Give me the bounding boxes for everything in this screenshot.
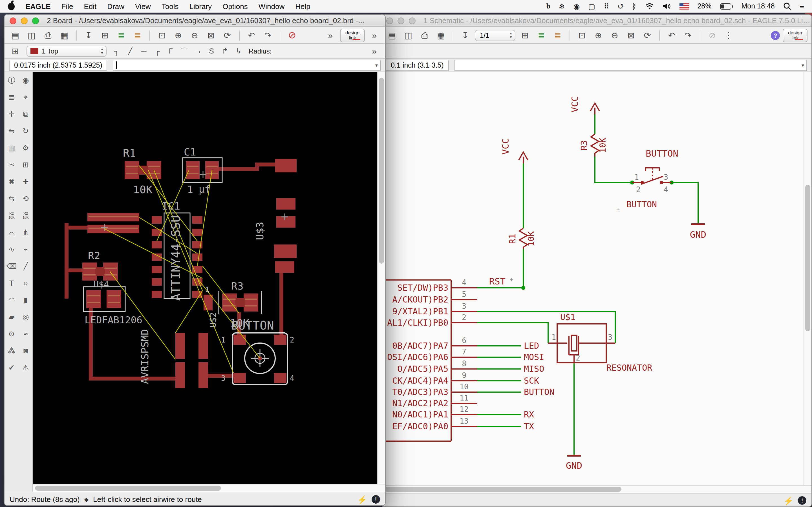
- undo-icon[interactable]: ↶: [245, 29, 258, 41]
- stop-icon[interactable]: ⊘: [285, 29, 299, 41]
- show-tool[interactable]: ◉: [20, 75, 31, 85]
- menu-item-options[interactable]: Options: [222, 2, 248, 10]
- hole-tool[interactable]: ⊙: [6, 329, 17, 339]
- board-horizontal-scrollbar[interactable]: [33, 484, 385, 492]
- command-input[interactable]: ▾: [113, 59, 380, 71]
- drc-tool[interactable]: ✔: [6, 363, 17, 372]
- command-dropdown-chevron[interactable]: ▾: [802, 62, 804, 68]
- zoom-out-icon[interactable]: ⊖: [608, 29, 621, 41]
- input-language-flag-icon[interactable]: [679, 3, 689, 9]
- zoom-redraw-icon[interactable]: ⟳: [641, 29, 654, 41]
- toolbar2-overflow-chevron[interactable]: »: [368, 45, 381, 57]
- display-layers-tool[interactable]: ≣: [6, 93, 17, 102]
- minimize-button[interactable]: [398, 17, 404, 24]
- close-button[interactable]: [10, 17, 16, 24]
- minimize-button[interactable]: [21, 17, 28, 24]
- launchpad-icon[interactable]: ⠿: [604, 2, 609, 10]
- run-script-icon[interactable]: ≣: [535, 29, 548, 41]
- more-dots-icon[interactable]: ⋮: [722, 29, 735, 41]
- spotlight-search-icon[interactable]: [783, 2, 791, 10]
- board-window-titlebar[interactable]: 2 Board - /Users/evablsakova/Documents/e…: [4, 15, 385, 27]
- zoom-in-icon[interactable]: ⊕: [171, 29, 185, 41]
- cut-tool[interactable]: ✂: [6, 160, 17, 170]
- copy-tool[interactable]: ⧉: [20, 109, 31, 119]
- menu-item-tools[interactable]: Tools: [161, 2, 179, 10]
- print-icon[interactable]: ⎙: [41, 29, 55, 41]
- miter-tool[interactable]: ⌓: [6, 228, 17, 237]
- optimize-tool[interactable]: ∿: [6, 244, 17, 254]
- bend-style-corner-icon[interactable]: ┌: [152, 45, 163, 57]
- stop-disabled-icon[interactable]: ⊘: [705, 29, 719, 41]
- zoom-redraw-icon[interactable]: ⟳: [220, 29, 234, 41]
- text-tool[interactable]: T: [6, 278, 17, 288]
- zoom-button[interactable]: [32, 17, 39, 24]
- schematic-horizontal-scrollbar[interactable]: [381, 485, 811, 493]
- board-script-icon[interactable]: ≣: [551, 29, 564, 41]
- grid-ok-icon[interactable]: ⊞: [518, 29, 532, 41]
- apple-menu-icon[interactable]: [8, 3, 15, 10]
- open-icon[interactable]: ▤: [8, 29, 22, 41]
- snowflake-icon[interactable]: ❄: [559, 2, 565, 10]
- grid-ok-icon[interactable]: ⊞: [98, 29, 112, 41]
- zoom-fit-icon[interactable]: ⊡: [155, 29, 168, 41]
- bend-style-90-icon[interactable]: ┐: [111, 45, 122, 57]
- board-editor-window[interactable]: 2 Board - /Users/evablsakova/Documents/e…: [4, 14, 386, 506]
- route-tool[interactable]: ⌁: [20, 244, 31, 254]
- change-tool[interactable]: ⚙: [20, 143, 31, 153]
- time-machine-icon[interactable]: ↺: [617, 2, 624, 10]
- zoom-select-icon[interactable]: ⊠: [624, 29, 638, 41]
- erc-ok-icon[interactable]: ⚡: [783, 496, 794, 505]
- board-canvas[interactable]: R1 10K C1 1 µf IC1 ATTINY44-SSU U$3 R2 U…: [33, 72, 377, 484]
- menu-clock[interactable]: Mon 18:48: [742, 2, 775, 10]
- zoom-select-icon[interactable]: ⊠: [204, 29, 218, 41]
- zoom-fit-icon[interactable]: ⊡: [575, 29, 589, 41]
- mirror-tool[interactable]: ⇋: [6, 126, 17, 136]
- group-tool[interactable]: ▦: [6, 143, 17, 153]
- schematic-editor-window[interactable]: 1 Schematic - /Users/evablsakova/Documen…: [380, 14, 812, 507]
- mark-tool[interactable]: ⌖: [20, 93, 31, 102]
- save-icon[interactable]: ◫: [25, 29, 38, 41]
- board-vertical-scrollbar[interactable]: [377, 72, 385, 484]
- menu-item-draw[interactable]: Draw: [107, 2, 124, 10]
- undo-icon[interactable]: ↶: [665, 29, 678, 41]
- resonator-symbol[interactable]: [548, 324, 615, 363]
- bend-style-diag-icon[interactable]: ╱: [124, 45, 136, 57]
- vcc-symbol-left[interactable]: [519, 152, 528, 163]
- menu-item-view[interactable]: View: [135, 2, 151, 10]
- bend-style-arc-icon[interactable]: ⌒: [179, 45, 190, 57]
- ratsnest-tool[interactable]: ⁂: [6, 346, 17, 355]
- schematic-vertical-scrollbar[interactable]: [804, 72, 811, 485]
- value-tool[interactable]: R2 10K: [20, 211, 31, 220]
- image-export-icon[interactable]: ▦: [434, 29, 448, 41]
- command-input[interactable]: ▾: [455, 59, 807, 71]
- menu-item-window[interactable]: Window: [259, 2, 285, 10]
- menu-item-library[interactable]: Library: [190, 2, 212, 10]
- errors-indicator-icon[interactable]: !: [371, 495, 380, 504]
- arc-tool[interactable]: ◠: [6, 295, 17, 305]
- bend-style-s-icon[interactable]: S: [206, 45, 217, 57]
- pin-icon[interactable]: ↧: [82, 29, 95, 41]
- status-dot-icon[interactable]: ◉: [573, 2, 580, 10]
- zoom-button[interactable]: [409, 17, 416, 24]
- battery-icon[interactable]: [720, 3, 733, 9]
- wire-tool[interactable]: ╱: [20, 262, 31, 271]
- command-dropdown-chevron[interactable]: ▾: [375, 62, 378, 68]
- lock-tool[interactable]: ◙: [20, 346, 31, 355]
- layer-select-stepper[interactable]: ▲▼: [100, 47, 104, 55]
- bend-style-down-icon[interactable]: ↳: [233, 45, 244, 57]
- vcc-symbol-right[interactable]: [591, 103, 599, 114]
- menu-item-eagle[interactable]: EAGLE: [26, 2, 51, 10]
- toolbar-overflow-chevron-2[interactable]: »: [368, 29, 381, 41]
- image-export-icon[interactable]: ▦: [57, 29, 71, 41]
- design-link-button[interactable]: design link: [783, 29, 808, 42]
- help-button[interactable]: ?: [771, 31, 780, 40]
- design-link-button[interactable]: design link: [340, 29, 365, 42]
- signal-tool[interactable]: ≈: [20, 329, 31, 339]
- bend-style-straight-icon[interactable]: ─: [138, 45, 149, 57]
- schematic-nets[interactable]: [477, 114, 698, 456]
- rect-tool[interactable]: ▮: [20, 295, 31, 305]
- pinswap-tool[interactable]: ⇆: [6, 194, 17, 203]
- menu-item-help[interactable]: Help: [295, 2, 310, 10]
- schematic-window-titlebar[interactable]: 1 Schematic - /Users/evablsakova/Documen…: [381, 15, 811, 27]
- bend-style-neg-icon[interactable]: ¬: [192, 45, 204, 57]
